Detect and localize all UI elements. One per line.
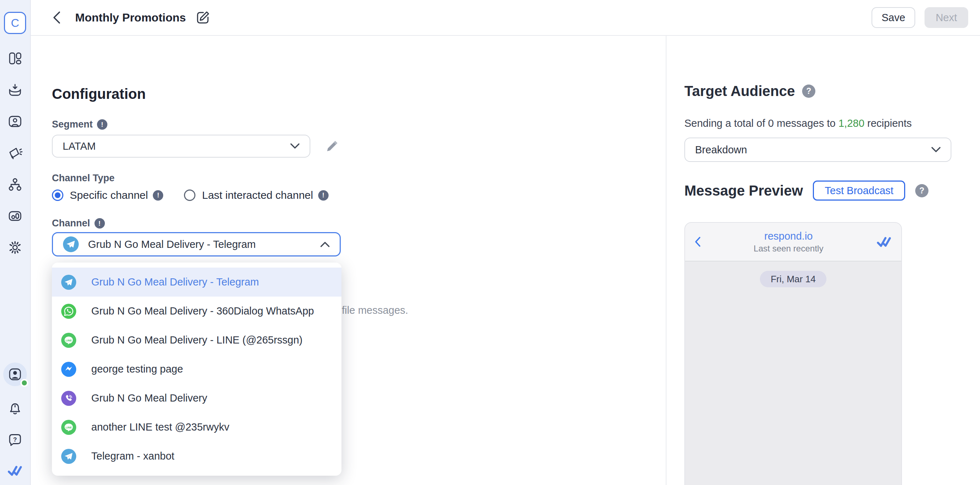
chat-header: respond.io Last seen recently [685,223,901,262]
telegram-icon [61,275,76,290]
main-column: Monthly Promotions Save Next Configurati… [31,0,980,485]
recipients-count: 1,280 [838,118,864,129]
svg-text:?: ? [13,436,17,443]
channel-option-viber-grubngo[interactable]: Grub N Go Meal Delivery [52,384,342,413]
workspace-logo[interactable]: C [4,12,26,34]
help-icon[interactable]: ? [7,432,23,448]
chat-name: respond.io [701,230,876,242]
test-broadcast-button[interactable]: Test Broadcast [813,180,905,201]
user-avatar[interactable] [3,362,27,386]
channel-type-label: Channel Type [52,173,115,184]
messenger-icon [61,362,76,377]
chat-body: Fri, Mar 14 [685,262,901,485]
reports-icon[interactable] [7,208,23,224]
back-button[interactable] [49,10,64,25]
chat-status: Last seen recently [701,244,876,254]
specific-channel-info-icon[interactable]: ! [153,190,163,201]
viber-icon [61,391,76,406]
target-audience-help-icon[interactable]: ? [802,85,815,98]
channel-dropdown: Grub N Go Meal Delivery - Telegram Grub … [52,263,342,476]
broadcasts-icon[interactable] [7,145,23,161]
channel-type-radio-group: Specific channel ! Last interacted chann… [52,189,329,201]
radio-last-interacted-channel[interactable] [184,190,196,201]
channel-option-telegram-grubngo[interactable]: Grub N Go Meal Delivery - Telegram [52,268,342,297]
save-button[interactable]: Save [872,7,915,28]
configuration-panel: Configuration Segment ! LATAM Channel Ty… [31,36,666,485]
chevron-up-icon [320,241,330,247]
chat-date-chip: Fri, Mar 14 [760,271,826,287]
topbar: Monthly Promotions Save Next [31,0,980,36]
radio-specific-channel-label[interactable]: Specific channel [70,189,148,201]
chat-back-icon [694,236,701,247]
message-preview-help-icon[interactable]: ? [915,184,929,197]
settings-icon[interactable] [7,239,23,255]
whatsapp-icon [61,304,76,319]
sending-summary: Sending a total of 0 messages to 1,280 r… [684,118,912,129]
line-icon [61,420,76,435]
broadcast-setup-page: C [0,0,980,485]
radio-specific-channel[interactable] [52,190,64,201]
sidebar: C [0,0,31,485]
notifications-icon[interactable] [7,401,23,417]
line-icon [61,333,76,348]
segment-info-icon[interactable]: ! [97,119,107,130]
channel-option-line-another[interactable]: another LINE test @235rwykv [52,413,342,442]
sidebar-nav [7,51,23,255]
channel-value: Grub N Go Meal Delivery - Telegram [88,239,256,250]
channel-hint-text: file messages. [342,305,408,316]
target-audience-title: Target Audience [684,83,795,99]
segment-label: Segment ! [52,119,107,130]
inbox-icon[interactable] [7,82,23,98]
dashboard-icon[interactable] [7,51,23,66]
contacts-icon[interactable] [7,113,23,129]
channel-option-messenger-george[interactable]: george testing page [52,355,342,384]
respond-logo-icon [7,463,23,479]
message-preview-title: Message Preview [684,183,803,199]
edit-segment-icon[interactable] [325,139,339,153]
radio-last-interacted-label[interactable]: Last interacted channel [202,189,313,201]
chevron-down-icon [931,147,941,153]
configuration-title: Configuration [52,86,146,102]
respond-logo-icon [876,235,892,249]
edit-title-icon[interactable] [195,10,211,26]
channel-label: Channel ! [52,218,105,229]
sidebar-bottom: ? [3,362,27,485]
telegram-icon [61,449,76,464]
page-title: Monthly Promotions [75,11,186,24]
target-audience-panel: Target Audience ? Sending a total of 0 m… [666,36,980,485]
online-status-dot [21,379,28,387]
segment-value: LATAM [63,140,95,152]
telegram-icon [63,236,79,252]
chevron-down-icon [290,143,299,149]
last-interacted-info-icon[interactable]: ! [318,190,329,201]
message-preview-phone: respond.io Last seen recently Fri, Mar 1… [684,222,902,485]
channel-option-line-grubngo[interactable]: Grub N Go Meal Delivery - LINE (@265rssg… [52,325,342,355]
workflows-icon[interactable] [7,177,23,192]
channel-option-whatsapp-grubngo[interactable]: Grub N Go Meal Delivery - 360Dialog What… [52,297,342,325]
content: Configuration Segment ! LATAM Channel Ty… [31,36,980,485]
channel-option-telegram-xanbot[interactable]: Telegram - xanbot [52,442,342,471]
segment-select[interactable]: LATAM [52,135,310,158]
channel-info-icon[interactable]: ! [94,218,105,228]
channel-select[interactable]: Grub N Go Meal Delivery - Telegram [52,232,341,257]
breakdown-select[interactable]: Breakdown [684,137,951,162]
next-button[interactable]: Next [924,7,968,28]
